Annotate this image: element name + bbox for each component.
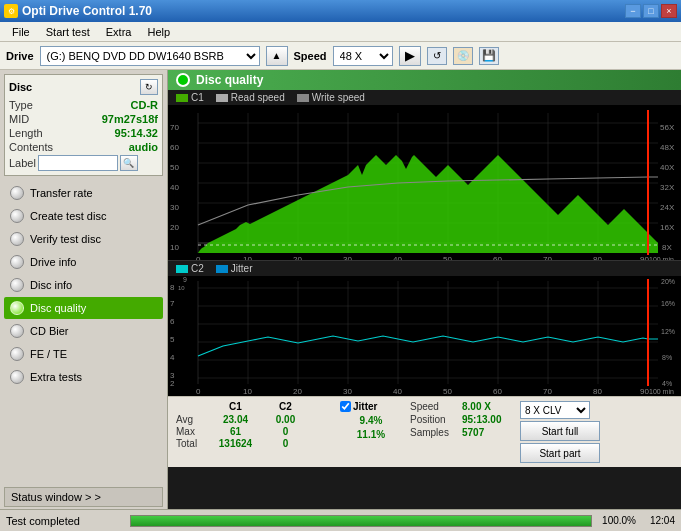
- samples-label: Samples: [410, 427, 458, 438]
- nav-icon-extra-tests: [10, 370, 24, 384]
- stats-panel: C1 C2 Avg 23.04 0.00 Max 61 0 Total 1316…: [168, 396, 681, 467]
- speed-row: Speed 8.00 X: [410, 401, 512, 412]
- nav-label-fe-te: FE / TE: [30, 348, 67, 360]
- disc-mid-value: 97m27s18f: [102, 113, 158, 125]
- speed-icon: ↺: [427, 47, 447, 65]
- legend-jitter-label: Jitter: [231, 263, 253, 274]
- speed-info-col: Speed 8.00 X Position 95:13.00 Samples 5…: [406, 401, 516, 463]
- c2-chart-area: 2 3 4 5 6 7 8 9 10 4% 8% 12% 16% 20% 0 1…: [168, 276, 681, 396]
- jitter-checkbox[interactable]: [340, 401, 351, 412]
- svg-text:30: 30: [170, 203, 179, 212]
- speed-select[interactable]: 48 X 40 X 32 X: [333, 46, 393, 66]
- minimize-button[interactable]: −: [625, 4, 641, 18]
- svg-text:60: 60: [493, 255, 502, 260]
- svg-text:20: 20: [293, 255, 302, 260]
- nav-label-disc-quality: Disc quality: [30, 302, 86, 314]
- legend-read-color: [216, 94, 228, 102]
- progress-bar-container: [130, 515, 592, 527]
- nav-icon-cd-bier: [10, 324, 24, 338]
- legend-c1: C1: [176, 92, 204, 103]
- status-window-label: Status window > >: [11, 491, 101, 503]
- disc-header: Disc ↻: [9, 79, 158, 95]
- disc-mid-row: MID 97m27s18f: [9, 113, 158, 125]
- disc-label-button[interactable]: 🔍: [120, 155, 138, 171]
- menu-bar: File Start test Extra Help: [0, 22, 681, 42]
- disc-length-row: Length 95:14.32: [9, 127, 158, 139]
- svg-text:40: 40: [170, 183, 179, 192]
- disc-contents-label: Contents: [9, 141, 53, 153]
- status-text: Test completed: [6, 515, 126, 527]
- sidebar-item-disc-quality[interactable]: Disc quality: [4, 297, 163, 319]
- disc-label-input[interactable]: [38, 155, 118, 171]
- app-icon: ⚙: [4, 4, 18, 18]
- drive-select[interactable]: (G:) BENQ DVD DD DW1640 BSRB: [40, 46, 260, 66]
- status-window-button[interactable]: Status window > >: [4, 487, 163, 507]
- action-buttons-col: 8 X CLV Start full Start part: [516, 401, 604, 463]
- svg-text:20: 20: [170, 223, 179, 232]
- nav-label-disc-info: Disc info: [30, 279, 72, 291]
- time-text: 12:04: [640, 515, 675, 526]
- legend-c1-color: [176, 94, 188, 102]
- sidebar-item-cd-bier[interactable]: CD Bier: [4, 320, 163, 342]
- svg-text:8X: 8X: [662, 243, 672, 252]
- menu-start-test[interactable]: Start test: [38, 24, 98, 40]
- c2-chart: 2 3 4 5 6 7 8 9 10 4% 8% 12% 16% 20% 0 1…: [168, 276, 681, 396]
- c1-header: C1: [208, 401, 263, 412]
- disc-quality-header: Disc quality: [168, 70, 681, 90]
- progress-bar-fill: [131, 516, 591, 526]
- jitter-label: Jitter: [353, 401, 377, 412]
- menu-file[interactable]: File: [4, 24, 38, 40]
- svg-text:80: 80: [593, 255, 602, 260]
- nav-label-cd-bier: CD Bier: [30, 325, 69, 337]
- svg-text:60: 60: [493, 387, 502, 396]
- nav-icon-verify-test-disc: [10, 232, 24, 246]
- legend-write-label: Write speed: [312, 92, 365, 103]
- svg-text:40: 40: [393, 387, 402, 396]
- svg-text:70: 70: [543, 255, 552, 260]
- nav-label-drive-info: Drive info: [30, 256, 76, 268]
- start-part-button[interactable]: Start part: [520, 443, 600, 463]
- svg-text:4%: 4%: [662, 380, 672, 387]
- sidebar-item-transfer-rate[interactable]: Transfer rate: [4, 182, 163, 204]
- start-full-button[interactable]: Start full: [520, 421, 600, 441]
- save-icon[interactable]: 💾: [479, 47, 499, 65]
- svg-text:40X: 40X: [660, 163, 675, 172]
- svg-text:30: 30: [343, 255, 352, 260]
- jitter-col: Jitter 9.4% 11.1%: [336, 401, 406, 463]
- menu-help[interactable]: Help: [139, 24, 178, 40]
- restore-button[interactable]: □: [643, 4, 659, 18]
- sidebar-item-verify-test-disc[interactable]: Verify test disc: [4, 228, 163, 250]
- sidebar-item-extra-tests[interactable]: Extra tests: [4, 366, 163, 388]
- sidebar-item-create-test-disc[interactable]: Create test disc: [4, 205, 163, 227]
- speed-info-value: 8.00 X: [462, 401, 491, 412]
- svg-text:8%: 8%: [662, 354, 672, 361]
- sidebar-item-fe-te[interactable]: FE / TE: [4, 343, 163, 365]
- svg-text:6: 6: [170, 317, 175, 326]
- svg-text:3: 3: [170, 371, 175, 380]
- nav-icon-fe-te: [10, 347, 24, 361]
- menu-extra[interactable]: Extra: [98, 24, 140, 40]
- nav-label-create-test-disc: Create test disc: [30, 210, 106, 222]
- nav-icon-transfer-rate: [10, 186, 24, 200]
- sidebar-item-disc-info[interactable]: Disc info: [4, 274, 163, 296]
- svg-text:40: 40: [393, 255, 402, 260]
- disc-label-row: Label 🔍: [9, 155, 158, 171]
- avg-c2: 0.00: [263, 414, 308, 425]
- speed-clv-select[interactable]: 8 X CLV: [520, 401, 590, 419]
- total-c1: 131624: [208, 438, 263, 449]
- main-layout: Disc ↻ Type CD-R MID 97m27s18f Length 95…: [0, 70, 681, 509]
- legend-jitter-color: [216, 265, 228, 273]
- dq-legend-c2: C2 Jitter: [168, 260, 681, 276]
- disc-panel: Disc ↻ Type CD-R MID 97m27s18f Length 95…: [4, 74, 163, 176]
- svg-text:12%: 12%: [661, 328, 675, 335]
- eject-button[interactable]: ▲: [266, 46, 288, 66]
- legend-c2-color: [176, 265, 188, 273]
- disc-type-value: CD-R: [131, 99, 159, 111]
- close-button[interactable]: ×: [661, 4, 677, 18]
- disc-refresh-button[interactable]: ↻: [140, 79, 158, 95]
- disc-mid-label: MID: [9, 113, 29, 125]
- speed-arrow-button[interactable]: ▶: [399, 46, 421, 66]
- legend-c2: C2: [176, 263, 204, 274]
- disc-length-value: 95:14.32: [115, 127, 158, 139]
- sidebar-item-drive-info[interactable]: Drive info: [4, 251, 163, 273]
